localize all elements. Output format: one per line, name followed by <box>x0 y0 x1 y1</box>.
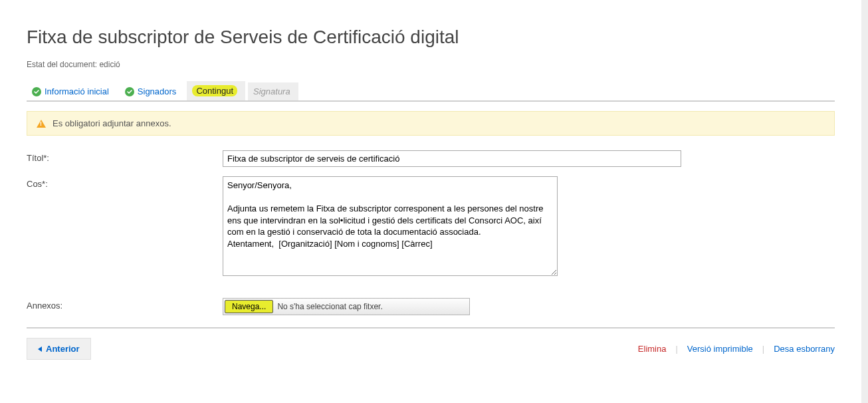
label-annexos: Annexos: <box>27 298 223 311</box>
tab-label: Contingut <box>192 85 237 96</box>
anterior-label: Anterior <box>46 344 80 354</box>
tab-bar: Informació inicial Signadors Contingut S… <box>27 81 835 102</box>
cos-textarea[interactable] <box>223 176 558 276</box>
check-icon <box>125 87 134 96</box>
file-status-text: No s'ha seleccionat cap fitxer. <box>277 302 382 311</box>
check-icon <box>32 87 41 96</box>
separator: | <box>762 344 764 354</box>
tab-signatura: Signatura <box>248 82 298 100</box>
anterior-button[interactable]: Anterior <box>27 338 91 360</box>
browse-button[interactable]: Navega... <box>225 300 273 313</box>
file-picker: Navega... No s'ha seleccionat cap fitxer… <box>223 298 470 315</box>
tab-informacio-inicial[interactable]: Informació inicial <box>27 82 117 100</box>
desa-esborrany-link[interactable]: Desa esborrany <box>774 344 835 354</box>
warning-icon <box>37 120 46 128</box>
titol-input[interactable] <box>223 150 681 167</box>
elimina-link[interactable]: Elimina <box>638 344 667 354</box>
label-cos: Cos*: <box>27 176 223 189</box>
tab-signadors[interactable]: Signadors <box>120 82 185 100</box>
label-titol: Títol*: <box>27 150 223 163</box>
document-status: Estat del document: edició <box>27 60 835 69</box>
bottom-actions: Anterior Elimina | Versió imprimible | D… <box>27 327 835 360</box>
arrow-left-icon <box>38 346 42 352</box>
separator: | <box>675 344 677 354</box>
versio-imprimible-link[interactable]: Versió imprimible <box>687 344 753 354</box>
tab-label: Informació inicial <box>45 86 109 96</box>
tab-label: Signadors <box>138 86 177 96</box>
warning-banner: Es obligatori adjuntar annexos. <box>27 111 835 136</box>
tab-label: Signatura <box>253 86 290 96</box>
tab-contingut[interactable]: Contingut <box>187 81 245 100</box>
page-title: Fitxa de subscriptor de Serveis de Certi… <box>27 27 835 48</box>
warning-text: Es obligatori adjuntar annexos. <box>53 118 171 128</box>
